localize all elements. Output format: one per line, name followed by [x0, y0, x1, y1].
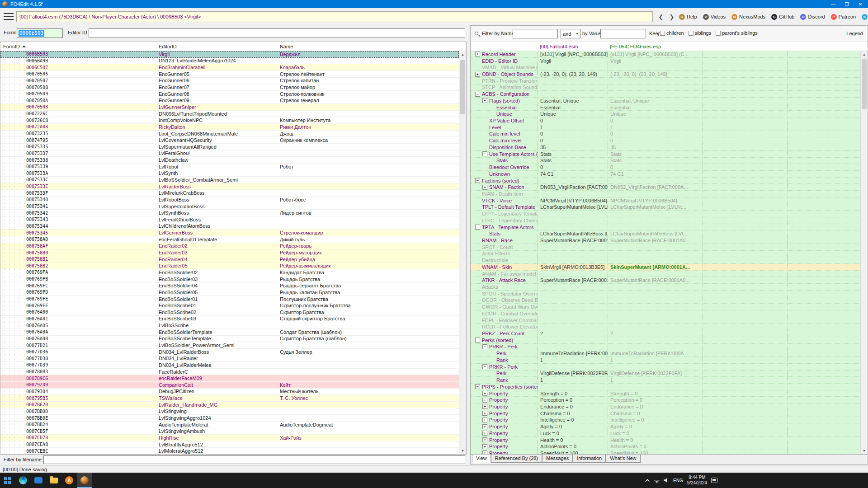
- scrollbar-thumb[interactable]: [460, 60, 465, 114]
- detail-row[interactable]: ANAM - Far away model: [471, 271, 860, 277]
- help-link[interactable]: HHelp: [679, 14, 697, 20]
- notification-center-icon[interactable]: [711, 478, 717, 483]
- table-row[interactable]: 0007BB0ELvlStingwingAggro1024: [0, 415, 459, 422]
- collapse-icon[interactable]: −: [475, 225, 480, 230]
- collapse-icon[interactable]: −: [482, 98, 487, 103]
- legend-link[interactable]: Legend: [846, 31, 863, 36]
- scroll-down-icon[interactable]: ▼: [459, 447, 466, 454]
- tab-referencedby28[interactable]: Referenced By (28): [491, 455, 542, 463]
- table-row[interactable]: 0007533ALvlSynth: [0, 170, 459, 177]
- table-row[interactable]: 000769FDEncBoSSoldier05Рыцарь-капитан Бр…: [0, 289, 459, 296]
- collapse-icon[interactable]: −: [475, 178, 480, 183]
- detail-row[interactable]: SPCT - Count: [471, 244, 860, 251]
- expand-icon[interactable]: +: [475, 72, 480, 77]
- discord-link[interactable]: DDiscord: [800, 14, 825, 20]
- detail-row[interactable]: LTPT - Legendary Template: [471, 211, 860, 217]
- menu-hamburger-icon[interactable]: [4, 13, 14, 20]
- detail-row[interactable]: XP Value Offset00: [471, 117, 860, 124]
- detail-row[interactable]: INAM - Death item: [471, 191, 860, 197]
- detail-row[interactable]: STCP - Animation Sound: [471, 84, 860, 91]
- detail-row[interactable]: +PropertySpeedMult = 100SpeedMult = 100: [471, 450, 860, 454]
- expand-icon[interactable]: +: [482, 398, 487, 403]
- column-header-editorid[interactable]: EditorID: [156, 42, 277, 51]
- expand-icon[interactable]: +: [475, 52, 480, 56]
- detail-row[interactable]: OCOR - Observe Dead Body ...: [471, 297, 860, 304]
- detail-row[interactable]: Unknown74 C174 C1: [471, 171, 860, 178]
- collapse-icon[interactable]: −: [482, 151, 487, 156]
- patreon-link[interactable]: PPatreon: [831, 14, 856, 20]
- github-link[interactable]: GGitHub: [771, 14, 794, 20]
- checkbox-siblings[interactable]: [689, 31, 693, 36]
- table-row[interactable]: 000758B1EncRaider04Рейдер-убийца: [0, 256, 459, 263]
- detail-row[interactable]: +PropertyIntelligence = 0Intelligence = …: [471, 417, 860, 424]
- detail-row[interactable]: WNAM - SkinSkinVirgil [ARMO:0013B3E5]Ski…: [471, 264, 860, 271]
- table-row[interactable]: 0007BB0DLvlStingwing: [0, 408, 459, 415]
- checkbox-parentssiblings[interactable]: [716, 31, 721, 36]
- scroll-down-icon[interactable]: ▼: [861, 447, 868, 454]
- table-row[interactable]: 000769FBEncBoSSoldier03Рыцарь Братства: [0, 276, 459, 283]
- table-row[interactable]: 000769FFEncBoSScribe01Скриптор-послушник…: [0, 302, 459, 309]
- table-row[interactable]: 0007533ELvlRaiderBoss: [0, 183, 459, 190]
- detail-row[interactable]: Level11: [471, 124, 860, 131]
- maximize-icon[interactable]: ❐: [840, 0, 854, 8]
- nexusmods-link[interactable]: NNexusMods: [731, 14, 765, 20]
- table-row[interactable]: 000795B5TSWallaceТ. С. Уоллес: [0, 395, 459, 402]
- kofi-link[interactable]: KKo-Fi: [862, 14, 868, 20]
- expand-icon[interactable]: +: [482, 404, 487, 409]
- detail-row[interactable]: RCLR - Follower Elevator Pac...: [471, 324, 860, 330]
- wifi-icon[interactable]: [654, 478, 660, 483]
- close-icon[interactable]: ✕: [854, 0, 867, 8]
- detail-row[interactable]: +PropertyCharisma = 0Charisma = 0: [471, 410, 860, 417]
- table-row[interactable]: 00076A01EncBoSScribe03Старший скриптор Б…: [0, 316, 459, 323]
- forward-arrow-icon[interactable]: ❯: [667, 12, 676, 21]
- expand-icon[interactable]: +: [482, 411, 487, 416]
- detail-row[interactable]: +OBND - Object Bounds(-23, -20, 0), (23,…: [471, 71, 860, 78]
- expand-icon[interactable]: +: [482, 450, 487, 454]
- table-row[interactable]: 000758B0EncRaider03Рейдер-мусорщик: [0, 249, 459, 256]
- filter-filename-input[interactable]: [43, 455, 465, 464]
- detail-row[interactable]: ATKR - Attack RaceSuperMutantRace [RACE:…: [471, 277, 860, 284]
- table-row[interactable]: 00075340LvlRobotBossРобот-босс: [0, 197, 459, 203]
- table-row[interactable]: 00072A08RickyDaltonРикки Далтон: [0, 124, 459, 131]
- scrollbar-thumb[interactable]: [862, 59, 867, 109]
- collapse-icon[interactable]: −: [475, 384, 480, 389]
- detail-column-fo4fixesesp[interactable]: [FE 054] FO4Fixes.esp: [608, 42, 703, 51]
- detail-row[interactable]: −PRKR - Perk: [471, 344, 860, 351]
- table-row[interactable]: 0007533CLvlBoSSoldier_CombatArmor_Semi: [0, 177, 459, 183]
- detail-row[interactable]: PerkImmuneToRadiation [PERK:000A...Immun…: [471, 350, 860, 357]
- table-row[interactable]: 0007CB5FLvlStingwingAmbush: [0, 428, 459, 435]
- table-row[interactable]: 00079249CompanionCaitКейт: [0, 382, 459, 389]
- table-row[interactable]: 000769FEEncBoSSoldier01Послушник Братств…: [0, 296, 459, 303]
- detail-row[interactable]: −Perks (sorted): [471, 337, 860, 344]
- table-row[interactable]: 0007B620LvlRaider_Handmade_MG: [0, 402, 459, 408]
- table-row[interactable]: 0007533FLvlMirelurkCrabBoss: [0, 190, 459, 197]
- table-row[interactable]: 00075345LvlGunnerBossСтрелок-командир: [0, 230, 459, 236]
- expand-icon[interactable]: +: [482, 424, 487, 429]
- detail-row[interactable]: +PropertyHealth = 0Health = 0: [471, 437, 860, 444]
- table-row[interactable]: 0007050AEncGunner09Стрелок-генерал: [0, 97, 459, 104]
- detail-row[interactable]: +Record Header[v131] Virgil [NPC_:0006B5…: [471, 51, 860, 58]
- table-row[interactable]: 00070507EncGunner06Стрелок-капитан: [0, 78, 459, 84]
- detail-row[interactable]: VMAD - Virtual Machine Ada...: [471, 64, 860, 71]
- table-row[interactable]: 00076A00EncBoSScribe02Скриптор Братства: [0, 309, 459, 316]
- tab-view[interactable]: View: [472, 455, 491, 463]
- table-row[interactable]: 00075341LvlSupermutantBoss: [0, 203, 459, 210]
- table-row[interactable]: 00075335LvlSupermutantAllRanged: [0, 144, 459, 150]
- table-row[interactable]: 0007CD78HighRiseХай-Райз: [0, 435, 459, 441]
- table-row[interactable]: 000726C8InstCompVoiceNPCКомпьютер Инстит…: [0, 117, 459, 124]
- detail-row[interactable]: −TPTA - Template Actors: [471, 224, 860, 231]
- detail-row[interactable]: −ACBS - Configuration: [471, 91, 860, 98]
- table-row[interactable]: 0007050BLvlGunnerSniper: [0, 104, 459, 111]
- editorid-input[interactable]: [89, 28, 465, 38]
- collapse-icon[interactable]: −: [482, 364, 487, 369]
- table-row[interactable]: 00075343LvlFeralGhoulBoss: [0, 216, 459, 223]
- detail-row[interactable]: Bleedout Override00: [471, 164, 860, 171]
- filter-operator-select[interactable]: and▼: [561, 29, 580, 38]
- table-row[interactable]: 0007226CDN096LvlTurretTripodMounted: [0, 111, 459, 117]
- chevron-up-icon[interactable]: [645, 479, 650, 483]
- expand-icon[interactable]: +: [482, 418, 487, 422]
- language-indicator[interactable]: ENG: [673, 478, 683, 483]
- collapse-icon[interactable]: −: [475, 338, 480, 343]
- table-row[interactable]: 00076A0BEncBoSScribeTemplateСкриптор Бра…: [0, 336, 459, 343]
- table-row[interactable]: 00077D39DN034_LvlRaiderMelee: [0, 362, 459, 369]
